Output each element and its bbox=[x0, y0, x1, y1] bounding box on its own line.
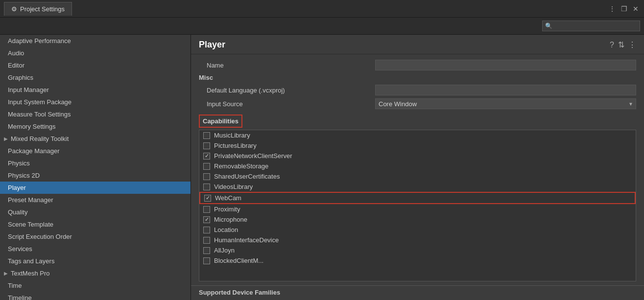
default-language-input[interactable] bbox=[375, 85, 636, 95]
capability-checkbox[interactable] bbox=[203, 132, 210, 139]
capability-checkbox[interactable] bbox=[203, 163, 210, 170]
capability-checkbox[interactable] bbox=[203, 206, 210, 213]
sidebar-item-label: Script Execution Order bbox=[8, 233, 72, 240]
sidebar-item-label: Timeline bbox=[8, 294, 32, 300]
sidebar-item-adaptive-performance[interactable]: Adaptive Performance bbox=[0, 35, 191, 47]
capability-label: SharedUserCertificates bbox=[214, 173, 280, 180]
sidebar-item-label: Memory Settings bbox=[8, 123, 56, 130]
capability-item-pictureslibrary[interactable]: PicturesLibrary bbox=[199, 140, 636, 151]
content-scroll[interactable]: Name Misc Default Language (.vcxproj) In… bbox=[191, 54, 644, 300]
sidebar-item-textmesh-pro[interactable]: ▶TextMesh Pro bbox=[0, 267, 191, 279]
sidebar-item-services[interactable]: Services bbox=[0, 243, 191, 255]
capability-checkbox[interactable]: ✓ bbox=[203, 153, 210, 160]
capability-checkbox[interactable] bbox=[203, 257, 210, 264]
capabilities-list[interactable]: MusicLibraryPicturesLibrary✓PrivateNetwo… bbox=[199, 130, 636, 281]
search-input[interactable] bbox=[542, 21, 640, 31]
main-layout: Adaptive PerformanceAudioEditorGraphicsI… bbox=[0, 35, 644, 300]
expand-arrow-icon: ▶ bbox=[4, 136, 8, 141]
capability-checkbox[interactable] bbox=[203, 237, 210, 244]
sidebar-item-editor[interactable]: Editor bbox=[0, 59, 191, 71]
capability-label: BlockedClientM... bbox=[214, 257, 263, 264]
capability-label: Proximity bbox=[214, 206, 240, 213]
capability-item-location[interactable]: Location bbox=[199, 225, 636, 235]
sidebar-item-time[interactable]: Time bbox=[0, 279, 191, 292]
tab-title: Project Settings bbox=[20, 5, 65, 13]
input-source-select[interactable]: Core WindowIndependent Input SourceStand… bbox=[375, 98, 636, 109]
content-title: Player bbox=[199, 40, 225, 50]
capability-item-sharedusercertificates[interactable]: SharedUserCertificates bbox=[199, 171, 636, 182]
capability-item-videoslibrary[interactable]: VideosLibrary bbox=[199, 182, 636, 192]
capability-checkbox[interactable]: ✓ bbox=[204, 195, 211, 202]
sidebar-item-label: Package Manager bbox=[8, 147, 60, 155]
sidebar-item-player[interactable]: Player bbox=[0, 182, 191, 194]
maximize-btn[interactable]: ❐ bbox=[620, 4, 628, 13]
sidebar-item-graphics[interactable]: Graphics bbox=[0, 71, 191, 84]
search-bar: 🔍 bbox=[0, 18, 644, 35]
capability-item-alljoyn[interactable]: AllJoyn bbox=[199, 245, 636, 255]
sidebar-item-label: Tags and Layers bbox=[8, 257, 54, 265]
capability-checkbox[interactable] bbox=[203, 142, 210, 149]
sidebar-item-label: TextMesh Pro bbox=[11, 270, 49, 277]
project-settings-tab[interactable]: ⚙ Project Settings bbox=[4, 2, 72, 16]
capability-item-proximity[interactable]: Proximity bbox=[199, 204, 636, 214]
sidebar-item-measure-tool-settings[interactable]: Measure Tool Settings bbox=[0, 108, 191, 120]
name-label: Name bbox=[199, 62, 375, 69]
capability-item-humaninterfacedevice[interactable]: HumanInterfaceDevice bbox=[199, 235, 636, 245]
sidebar-item-package-manager[interactable]: Package Manager bbox=[0, 145, 191, 157]
sidebar-item-label: Scene Template bbox=[8, 221, 53, 228]
close-btn[interactable]: ✕ bbox=[631, 4, 640, 13]
sidebar-item-label: Services bbox=[8, 245, 32, 253]
capability-item-privatenetworkclientserver[interactable]: ✓PrivateNetworkClientServer bbox=[199, 151, 636, 161]
sidebar-item-physics-2d[interactable]: Physics 2D bbox=[0, 169, 191, 182]
capability-item-microphone[interactable]: ✓Microphone bbox=[199, 214, 636, 225]
sidebar-item-label: Graphics bbox=[8, 74, 33, 81]
sidebar-item-timeline[interactable]: Timeline bbox=[0, 292, 191, 300]
name-input[interactable] bbox=[375, 60, 636, 70]
search-icon: 🔍 bbox=[545, 23, 552, 29]
sidebar-item-label: Physics bbox=[8, 160, 30, 167]
title-bar-left: ⚙ Project Settings bbox=[4, 2, 72, 16]
capability-checkbox[interactable] bbox=[203, 227, 210, 233]
sidebar-item-audio[interactable]: Audio bbox=[0, 47, 191, 59]
sidebar-item-label: Time bbox=[8, 282, 22, 289]
capability-checkbox[interactable]: ✓ bbox=[203, 216, 210, 223]
sidebar-item-script-execution-order[interactable]: Script Execution Order bbox=[0, 231, 191, 243]
input-source-select-wrap: Core WindowIndependent Input SourceStand… bbox=[375, 98, 636, 109]
capability-checkbox[interactable] bbox=[203, 184, 210, 190]
sidebar-item-scene-template[interactable]: Scene Template bbox=[0, 218, 191, 231]
sidebar-item-label: Adaptive Performance bbox=[8, 37, 71, 45]
sidebar-item-label: Measure Tool Settings bbox=[8, 111, 71, 118]
sidebar-item-input-manager[interactable]: Input Manager bbox=[0, 84, 191, 96]
sidebar-item-label: Player bbox=[8, 184, 26, 191]
sidebar-item-memory-settings[interactable]: Memory Settings bbox=[0, 120, 191, 133]
more-button[interactable]: ⋮ bbox=[628, 40, 636, 49]
capability-checkbox[interactable] bbox=[203, 247, 210, 254]
sidebar-item-label: Mixed Reality Toolkit bbox=[11, 135, 69, 142]
input-source-label: Input Source bbox=[199, 100, 375, 108]
content-header-icons: ? ⇅ ⋮ bbox=[610, 40, 636, 49]
sidebar-item-physics[interactable]: Physics bbox=[0, 157, 191, 169]
sidebar-item-input-system-package[interactable]: Input System Package bbox=[0, 96, 191, 108]
title-bar-controls: ⋮ ❐ ✕ bbox=[608, 4, 640, 13]
default-language-label: Default Language (.vcxproj) bbox=[199, 87, 375, 94]
capability-label: VideosLibrary bbox=[214, 183, 253, 190]
sidebar-item-label: Quality bbox=[8, 208, 27, 216]
more-options-btn[interactable]: ⋮ bbox=[608, 4, 617, 13]
sidebar-item-label: Physics 2D bbox=[8, 172, 40, 179]
settings-icon: ⚙ bbox=[11, 5, 17, 13]
capability-item-blockedclientm...[interactable]: BlockedClientM... bbox=[199, 255, 636, 266]
sidebar-item-preset-manager[interactable]: Preset Manager bbox=[0, 194, 191, 206]
sort-button[interactable]: ⇅ bbox=[618, 40, 624, 49]
help-button[interactable]: ? bbox=[610, 41, 614, 49]
capability-item-musiclibrary[interactable]: MusicLibrary bbox=[199, 130, 636, 140]
sidebar-item-quality[interactable]: Quality bbox=[0, 206, 191, 218]
supported-device-families: Supported Device Families bbox=[191, 285, 644, 299]
capability-label: PrivateNetworkClientServer bbox=[214, 152, 292, 160]
sidebar-item-tags-and-layers[interactable]: Tags and Layers bbox=[0, 255, 191, 267]
capability-item-removablestorage[interactable]: RemovableStorage bbox=[199, 161, 636, 171]
sidebar-item-label: Audio bbox=[8, 49, 24, 57]
title-bar: ⚙ Project Settings ⋮ ❐ ✕ bbox=[0, 0, 644, 18]
capability-item-webcam[interactable]: ✓WebCam bbox=[199, 192, 636, 204]
capability-checkbox[interactable] bbox=[203, 173, 210, 180]
sidebar-item-mixed-reality-toolkit[interactable]: ▶Mixed Reality Toolkit bbox=[0, 133, 191, 145]
